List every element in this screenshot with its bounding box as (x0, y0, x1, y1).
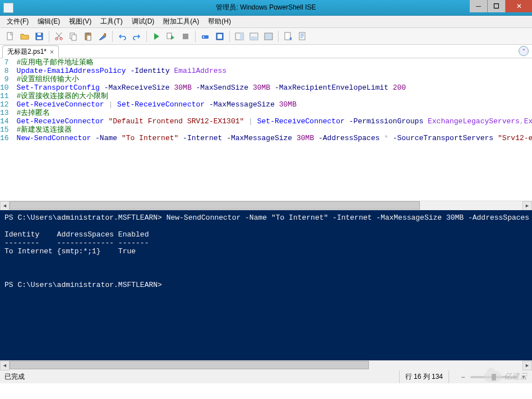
module-button[interactable] (213, 30, 226, 43)
editor-hscroll[interactable]: ◄ ► (0, 201, 532, 210)
cut-button[interactable] (52, 30, 66, 43)
svg-rect-10 (87, 35, 91, 40)
svg-rect-7 (72, 35, 76, 40)
watermark-text: 亿速云 (504, 372, 528, 382)
script-tab[interactable]: 无标题2.ps1* × (2, 45, 59, 58)
menu-edit[interactable]: 编辑(E) (33, 16, 64, 27)
console-pane[interactable]: PS C:\Users\administrator.MSFTLEARN> New… (0, 210, 532, 360)
svg-rect-21 (265, 33, 272, 40)
copy-button[interactable] (67, 30, 80, 43)
menu-addons[interactable]: 附加工具(A) (159, 16, 203, 27)
redo-button[interactable] (130, 30, 144, 43)
tab-strip: 无标题2.ps1* × ˄ (0, 45, 532, 58)
undo-button[interactable] (115, 30, 129, 43)
maximize-button[interactable]: ☐ (487, 0, 505, 12)
layout-bottom-button[interactable] (247, 30, 261, 43)
save-button[interactable] (33, 30, 46, 43)
svg-rect-16 (218, 34, 222, 39)
layout-right-button[interactable] (233, 30, 246, 43)
code-area[interactable]: #应用电子邮件地址策略Update-EmailAddressPolicy -Id… (15, 58, 532, 142)
svg-rect-2 (38, 33, 41, 35)
status-text: 已完成 (4, 372, 399, 382)
svg-rect-11 (167, 33, 172, 39)
breakpoint-button[interactable] (198, 30, 212, 43)
show-commands-button[interactable] (296, 30, 309, 43)
layout-full-button[interactable] (262, 30, 275, 43)
svg-rect-18 (240, 33, 243, 40)
tab-close-icon[interactable]: × (50, 48, 54, 56)
collapse-script-icon[interactable]: ˄ (519, 46, 529, 56)
window-title: 管理员: Windows PowerShell ISE (216, 3, 316, 12)
scroll-right-icon[interactable]: ► (522, 361, 532, 370)
run-script-button[interactable] (150, 30, 163, 43)
menu-tools[interactable]: 工具(T) (96, 16, 127, 27)
new-file-button[interactable] (3, 30, 17, 43)
script-editor[interactable]: 78910111213141516 #应用电子邮件地址策略Update-Emai… (0, 58, 532, 201)
menu-help[interactable]: 帮助(H) (203, 16, 235, 27)
svg-rect-3 (37, 37, 41, 39)
svg-rect-12 (183, 34, 188, 39)
show-script-button[interactable] (281, 30, 295, 43)
scroll-left-icon[interactable]: ◄ (0, 361, 10, 370)
menu-file[interactable]: 文件(F) (2, 16, 33, 27)
scroll-left-icon[interactable]: ◄ (0, 201, 10, 211)
cloud-icon (484, 371, 502, 382)
menu-view[interactable]: 视图(V) (64, 16, 96, 27)
stop-button[interactable] (179, 30, 192, 43)
scroll-right-icon[interactable]: ► (522, 201, 532, 211)
menu-bar: 文件(F) 编辑(E) 视图(V) 工具(T) 调试(D) 附加工具(A) 帮助… (0, 16, 532, 28)
minimize-button[interactable]: ─ (469, 0, 487, 12)
menu-debug[interactable]: 调试(D) (127, 16, 159, 27)
paste-button[interactable] (81, 30, 95, 43)
tab-label: 无标题2.ps1* (7, 47, 47, 57)
open-file-button[interactable] (18, 30, 31, 43)
cursor-position: 行 16 列 134 (399, 370, 449, 383)
console-hscroll[interactable]: ◄ ► (0, 360, 532, 370)
close-button[interactable]: ✕ (505, 0, 532, 12)
svg-rect-9 (86, 33, 90, 34)
status-bar: 已完成 行 16 列 134 − + (0, 370, 532, 383)
svg-rect-0 (7, 33, 12, 40)
zoom-out-icon[interactable]: − (459, 373, 467, 381)
svg-rect-20 (250, 36, 258, 40)
line-number-gutter: 78910111213141516 (0, 58, 15, 142)
app-icon (3, 3, 13, 13)
title-bar: 管理员: Windows PowerShell ISE ─ ☐ ✕ (0, 0, 532, 16)
watermark: 亿速云 (484, 371, 528, 382)
toolbar (0, 28, 532, 45)
run-selection-button[interactable] (164, 30, 178, 43)
svg-point-14 (203, 36, 205, 38)
clear-button[interactable] (96, 30, 109, 43)
